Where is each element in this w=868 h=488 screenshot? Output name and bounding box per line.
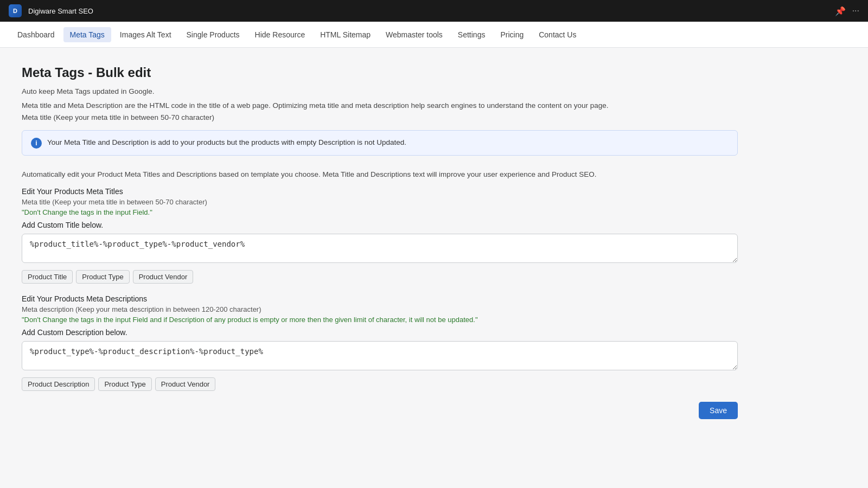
nav-item-pricing[interactable]: Pricing — [494, 27, 530, 42]
page-title: Meta Tags - Bulk edit — [22, 65, 738, 80]
info-banner: i Your Meta Title and Description is add… — [22, 130, 738, 156]
nav-item-html-sitemap[interactable]: HTML Sitemap — [314, 27, 377, 42]
app-icon: D — [9, 4, 22, 17]
desc-input[interactable] — [22, 341, 738, 370]
save-btn-row: Save — [22, 402, 738, 419]
edit-descriptions-section: Edit Your Products Meta Descriptions Met… — [22, 294, 738, 391]
main-content: Meta Tags - Bulk edit Auto keep Meta Tag… — [0, 48, 760, 436]
title-input[interactable] — [22, 234, 738, 263]
nav-item-meta-tags[interactable]: Meta Tags — [63, 27, 111, 42]
description-2: Meta title and Meta Description are the … — [22, 100, 738, 112]
tag-product-vendor-desc[interactable]: Product Vendor — [155, 377, 216, 391]
description-1: Auto keep Meta Tags updated in Google. — [22, 86, 738, 98]
add-custom-desc-label: Add Custom Description below. — [22, 328, 738, 337]
top-bar-actions: 📌 ··· — [835, 6, 859, 16]
meta-desc-char-hint: Meta description (Keep your meta descrip… — [22, 305, 738, 313]
nav-item-hide-resource[interactable]: Hide Resource — [248, 27, 312, 42]
tag-product-title[interactable]: Product Title — [22, 270, 73, 284]
add-custom-title-label: Add Custom Title below. — [22, 221, 738, 229]
tag-product-type-title[interactable]: Product Type — [76, 270, 129, 284]
nav-item-images-alt-text[interactable]: Images Alt Text — [113, 27, 178, 42]
desc-tags-row: Product Description Product Type Product… — [22, 377, 738, 391]
nav-item-contact-us[interactable]: Contact Us — [532, 27, 583, 42]
info-banner-text: Your Meta Title and Description is add t… — [47, 137, 406, 148]
dont-change-tags-desc: "Don't Change the tags in the input Fiel… — [22, 316, 738, 324]
edit-descriptions-heading: Edit Your Products Meta Descriptions — [22, 294, 738, 303]
more-icon[interactable]: ··· — [852, 6, 859, 16]
auto-edit-text: Automatically edit your Product Meta Tit… — [22, 169, 738, 181]
nav-bar: Dashboard Meta Tags Images Alt Text Sing… — [0, 22, 868, 48]
top-bar: D Digiware Smart SEO 📌 ··· — [0, 0, 868, 22]
tag-product-type-desc[interactable]: Product Type — [98, 377, 151, 391]
dont-change-tags-title: "Don't Change the tags in the input Fiel… — [22, 208, 738, 216]
nav-item-dashboard[interactable]: Dashboard — [11, 27, 61, 42]
title-tags-row: Product Title Product Type Product Vendo… — [22, 270, 738, 284]
app-name: Digiware Smart SEO — [28, 7, 93, 15]
pin-icon[interactable]: 📌 — [835, 6, 846, 16]
edit-titles-heading: Edit Your Products Meta Titles — [22, 187, 738, 196]
tag-product-description[interactable]: Product Description — [22, 377, 95, 391]
meta-title-hint: Meta title (Keep your meta title in betw… — [22, 113, 738, 121]
nav-item-single-products[interactable]: Single Products — [180, 27, 246, 42]
nav-item-settings[interactable]: Settings — [451, 27, 492, 42]
info-icon: i — [31, 138, 42, 149]
edit-titles-section: Edit Your Products Meta Titles Meta titl… — [22, 187, 738, 284]
meta-title-char-hint: Meta title (Keep your meta title in betw… — [22, 198, 738, 206]
tag-product-vendor-title[interactable]: Product Vendor — [133, 270, 194, 284]
save-button[interactable]: Save — [699, 402, 738, 419]
nav-item-webmaster-tools[interactable]: Webmaster tools — [379, 27, 449, 42]
